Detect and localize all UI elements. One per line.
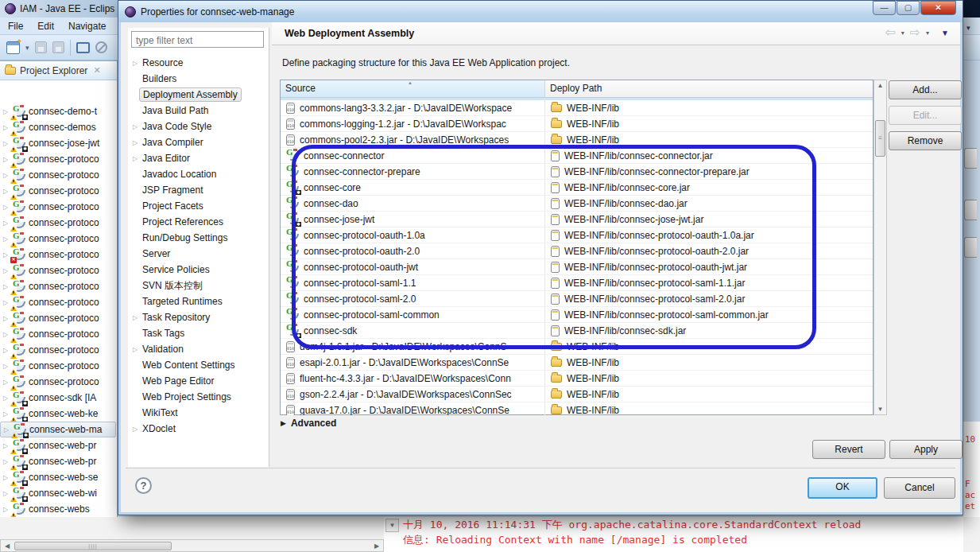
- project-explorer-tab[interactable]: Project Explorer ✕: [0, 61, 117, 80]
- explorer-item[interactable]: ▷Gconnsec-protoco: [0, 294, 117, 310]
- revert-button[interactable]: Revert: [812, 440, 885, 459]
- add-button[interactable]: Add...: [889, 80, 962, 99]
- properties-tree-item[interactable]: ▷Resource: [128, 55, 269, 71]
- properties-tree-item[interactable]: SVN 版本控制: [128, 278, 269, 293]
- properties-tree-item[interactable]: Run/Debug Settings: [128, 230, 269, 246]
- expand-arrow-icon[interactable]: ▷: [3, 140, 10, 147]
- forward-dropdown-icon[interactable]: ▾: [926, 29, 929, 37]
- new-wizard-icon[interactable]: [6, 41, 20, 54]
- properties-tree-item[interactable]: Service Policies: [128, 262, 269, 278]
- help-button[interactable]: ?: [135, 477, 152, 494]
- explorer-item[interactable]: ▷G✱connsec-web-wi: [0, 485, 117, 501]
- properties-tree-item[interactable]: Java Build Path: [128, 103, 269, 119]
- expand-arrow-icon[interactable]: ▷: [3, 410, 10, 418]
- properties-tree-item[interactable]: ▷Java Editor: [128, 150, 269, 166]
- table-row[interactable]: Gconnsec-protocol-saml-commonWEB-INF/lib…: [281, 307, 873, 323]
- remove-button[interactable]: Remove: [889, 131, 962, 150]
- expand-arrow-icon[interactable]: ▷: [3, 267, 10, 274]
- filter-input[interactable]: [131, 31, 264, 48]
- expand-arrow-icon[interactable]: ▷: [3, 474, 10, 481]
- table-row[interactable]: G✱connsec-coreWEB-INF/lib/connsec-core.j…: [281, 180, 873, 196]
- explorer-item[interactable]: ▷Gconnsec-protoco: [0, 231, 117, 247]
- expand-arrow-icon[interactable]: ▷: [3, 220, 10, 227]
- expand-arrow-icon[interactable]: ▷: [3, 490, 10, 497]
- expand-arrow-icon[interactable]: ▷: [3, 315, 10, 322]
- expand-arrow-icon[interactable]: ▷: [3, 442, 10, 449]
- properties-tree-item[interactable]: Project References: [128, 214, 269, 230]
- table-vertical-scrollbar[interactable]: ▲ ≡ ▼: [873, 80, 887, 415]
- expand-arrow-icon[interactable]: ▷: [3, 108, 10, 115]
- explorer-item[interactable]: ▷G✱connsec-web-pr: [0, 453, 117, 469]
- expand-arrow-icon[interactable]: ▷: [3, 331, 10, 338]
- properties-tree-item[interactable]: Deployment Assembly: [128, 87, 269, 103]
- close-icon[interactable]: ✕: [920, 1, 956, 15]
- table-row[interactable]: commons-pool2-2.3.jar - D:\JavaIDE\Works…: [281, 132, 873, 148]
- table-row[interactable]: Gconnsec-connector-prepareWEB-INF/lib/co…: [281, 164, 873, 180]
- save-all-icon[interactable]: [52, 41, 64, 53]
- table-row[interactable]: Gconnsec-daoWEB-INF/lib/connsec-dao.jar: [281, 196, 873, 212]
- explorer-item[interactable]: ▷G✱connsec-demo-t: [0, 103, 117, 119]
- scroll-down-icon[interactable]: ▼: [874, 406, 886, 413]
- scroll-up-icon[interactable]: ▲: [874, 82, 886, 89]
- table-row[interactable]: Gconnsec-protocol-oauth-jwtWEB-INF/lib/c…: [281, 259, 873, 275]
- table-row[interactable]: G✱connsec-sdkWEB-INF/lib/connsec-sdk.jar: [281, 323, 873, 339]
- explorer-item[interactable]: ▷Gconnsec-protoco: [0, 358, 117, 374]
- table-row[interactable]: dom4j-1.6.1.jar - D:\JavaIDE\Workspaces\…: [281, 339, 873, 355]
- properties-tree-item[interactable]: Task Tags: [128, 325, 269, 341]
- explorer-item[interactable]: ▷Gconnsec-protoco: [0, 326, 117, 342]
- expand-arrow-icon[interactable]: ▷: [3, 156, 10, 163]
- properties-tree-item[interactable]: JSP Fragment: [128, 182, 269, 198]
- expand-arrow-icon[interactable]: ▷: [3, 363, 10, 370]
- expand-arrow-icon[interactable]: ▷: [3, 188, 10, 195]
- explorer-item[interactable]: ▷Gconnsec-protoco: [0, 183, 117, 199]
- expand-arrow-icon[interactable]: ▷: [3, 506, 10, 513]
- forward-arrow-icon[interactable]: ⇨: [910, 26, 920, 39]
- explorer-item[interactable]: ▷Gconnsec-protoco: [0, 278, 117, 294]
- explorer-item[interactable]: ▷G✱connsec-web-pr: [0, 437, 117, 453]
- properties-tree-item[interactable]: Web Page Editor: [128, 373, 269, 389]
- vertical-scrollbar-thumb[interactable]: ≡: [875, 120, 885, 157]
- menu-edit[interactable]: Edit: [37, 21, 54, 32]
- back-arrow-icon[interactable]: ⇦: [885, 26, 895, 39]
- save-icon[interactable]: [35, 41, 47, 53]
- properties-tree-item[interactable]: Server: [128, 246, 269, 262]
- table-row[interactable]: commons-logging-1.2.jar - D:\JavaIDE\Wor…: [281, 116, 873, 132]
- advanced-section-toggle[interactable]: ▶ Advanced: [281, 418, 336, 429]
- scroll-left-icon[interactable]: ◀: [1, 542, 14, 550]
- explorer-item[interactable]: ▷Gconnsec-protoco: [0, 167, 117, 183]
- expand-arrow-icon[interactable]: ▷: [3, 124, 10, 131]
- explorer-item[interactable]: ▷G✱connsec-web-ma: [0, 422, 116, 437]
- view-menu-icon[interactable]: ▼: [941, 29, 949, 37]
- console-view-icon[interactable]: [76, 42, 90, 53]
- toggle-mark-occurrences-icon[interactable]: [95, 41, 107, 53]
- expand-arrow-icon[interactable]: ▷: [3, 235, 10, 243]
- properties-tree-item[interactable]: Project Facets: [128, 198, 269, 214]
- explorer-item[interactable]: ▷G✕connsec-protoco: [0, 247, 117, 262]
- properties-tree-item[interactable]: Web Project Settings: [128, 389, 269, 405]
- expand-arrow-icon[interactable]: ▷: [3, 251, 10, 259]
- explorer-item[interactable]: ▷Gconnsec-protoco: [0, 151, 117, 167]
- horizontal-scrollbar-thumb[interactable]: ||||: [14, 542, 172, 550]
- table-row[interactable]: Gconnsec-protocol-oauth-2.0WEB-INF/lib/c…: [281, 243, 873, 259]
- table-row[interactable]: Gconnsec-protocol-oauth-1.0aWEB-INF/lib/…: [281, 227, 873, 243]
- explorer-item[interactable]: ▷Gconnsec-protoco: [0, 310, 117, 326]
- horizontal-scrollbar[interactable]: ◀ |||| ▶: [0, 539, 384, 552]
- table-row[interactable]: commons-lang3-3.3.2.jar - D:\JavaIDE\Wor…: [281, 100, 873, 116]
- expand-arrow-icon[interactable]: ▷: [3, 172, 10, 179]
- expand-arrow-icon[interactable]: ▷: [3, 299, 10, 306]
- scroll-right-icon[interactable]: ▶: [370, 542, 383, 550]
- back-dropdown-icon[interactable]: ▾: [901, 29, 904, 37]
- properties-tree-item[interactable]: ▷Task Repository: [128, 309, 269, 325]
- expand-arrow-icon[interactable]: ▷: [3, 395, 10, 402]
- explorer-item[interactable]: ▷Gconnsec-protoco: [0, 342, 117, 358]
- table-row[interactable]: Gconnsec-connectorWEB-INF/lib/connsec-co…: [281, 148, 873, 164]
- expand-arrow-icon[interactable]: ▷: [3, 379, 10, 386]
- explorer-item[interactable]: ▷Gconnsec-protoco: [0, 199, 117, 215]
- maximize-icon[interactable]: ▢: [897, 1, 920, 15]
- properties-tree-item[interactable]: Web Content Settings: [128, 357, 269, 373]
- apply-button[interactable]: Apply: [889, 440, 963, 459]
- new-wizard-dropdown-icon[interactable]: ▾: [25, 44, 29, 52]
- expand-arrow-icon[interactable]: ▷: [3, 458, 10, 465]
- explorer-item[interactable]: ▷G✱connsec-web-ke: [0, 406, 117, 422]
- ok-button[interactable]: OK: [808, 477, 877, 499]
